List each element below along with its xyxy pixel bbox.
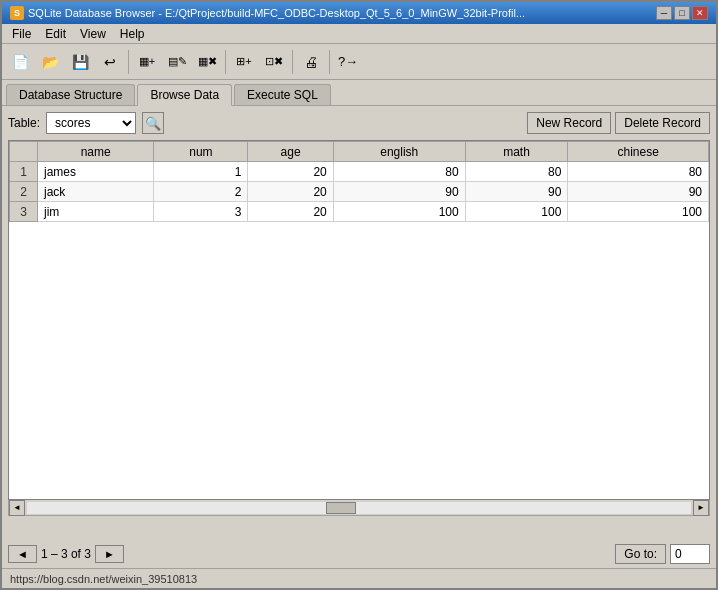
toolbar: 📄 📂 💾 ↩ ▦+ ▤✎ ▦✖ ⊞+ ⊡✖ 🖨 ?→ <box>2 44 716 80</box>
window-title: SQLite Database Browser - E:/QtProject/b… <box>28 7 525 19</box>
restore-button[interactable]: □ <box>674 6 690 20</box>
print-button[interactable]: 🖨 <box>297 48 325 76</box>
cell-english[interactable]: 90 <box>333 182 465 202</box>
status-text: https://blog.csdn.net/weixin_39510813 <box>10 573 197 585</box>
goto-area: Go to: <box>615 544 710 564</box>
cell-english[interactable]: 80 <box>333 162 465 182</box>
cell-age[interactable]: 20 <box>248 162 333 182</box>
goto-button[interactable]: Go to: <box>615 544 666 564</box>
save-file-button[interactable]: 💾 <box>66 48 94 76</box>
toolbar-separator-3 <box>292 50 293 74</box>
cell-rownum: 1 <box>10 162 38 182</box>
header-num[interactable]: num <box>154 142 248 162</box>
header-name[interactable]: name <box>38 142 154 162</box>
app-icon: S <box>10 6 24 20</box>
scroll-left-button[interactable]: ◄ <box>9 500 25 516</box>
cell-chinese[interactable]: 100 <box>568 202 709 222</box>
table-row[interactable]: 3 jim 3 20 100 100 100 <box>10 202 709 222</box>
title-bar-left: S SQLite Database Browser - E:/QtProject… <box>10 6 525 20</box>
cell-chinese[interactable]: 90 <box>568 182 709 202</box>
table-row[interactable]: 2 jack 2 20 90 90 90 <box>10 182 709 202</box>
prev-button[interactable]: ◄ <box>8 545 37 563</box>
title-controls: ─ □ ✕ <box>656 6 708 20</box>
table-toolbar-left: Table: scores 🔍 <box>8 112 164 134</box>
toolbar-separator-4 <box>329 50 330 74</box>
cell-name[interactable]: jim <box>38 202 154 222</box>
cell-math[interactable]: 100 <box>465 202 568 222</box>
title-bar: S SQLite Database Browser - E:/QtProject… <box>2 2 716 24</box>
cell-num[interactable]: 1 <box>154 162 248 182</box>
cell-rownum: 2 <box>10 182 38 202</box>
header-english[interactable]: english <box>333 142 465 162</box>
tab-bar: Database Structure Browse Data Execute S… <box>2 80 716 106</box>
table-label: Table: <box>8 116 40 130</box>
cell-age[interactable]: 20 <box>248 202 333 222</box>
tab-database-structure[interactable]: Database Structure <box>6 84 135 105</box>
goto-input[interactable] <box>670 544 710 564</box>
delete-table-button[interactable]: ▦✖ <box>193 48 221 76</box>
status-bar: https://blog.csdn.net/weixin_39510813 <box>2 568 716 588</box>
menu-file[interactable]: File <box>6 26 37 42</box>
toolbar-separator-2 <box>225 50 226 74</box>
table-header-row: name num age english math chinese <box>10 142 709 162</box>
new-record-toolbar-button[interactable]: ⊞+ <box>230 48 258 76</box>
data-table-container: name num age english math chinese 1 jame… <box>8 140 710 500</box>
open-file-button[interactable]: 📂 <box>36 48 64 76</box>
next-button[interactable]: ► <box>95 545 124 563</box>
scroll-track[interactable] <box>27 502 691 514</box>
cell-name[interactable]: james <box>38 162 154 182</box>
menu-edit[interactable]: Edit <box>39 26 72 42</box>
cell-math[interactable]: 90 <box>465 182 568 202</box>
cell-rownum: 3 <box>10 202 38 222</box>
cell-english[interactable]: 100 <box>333 202 465 222</box>
toolbar-separator-1 <box>128 50 129 74</box>
scroll-thumb[interactable] <box>326 502 356 514</box>
cell-age[interactable]: 20 <box>248 182 333 202</box>
table-toolbar: Table: scores 🔍 New Record Delete Record <box>8 112 710 134</box>
horizontal-scrollbar[interactable]: ◄ ► <box>8 500 710 516</box>
delete-record-button[interactable]: Delete Record <box>615 112 710 134</box>
cell-num[interactable]: 3 <box>154 202 248 222</box>
cell-name[interactable]: jack <box>38 182 154 202</box>
main-window: S SQLite Database Browser - E:/QtProject… <box>0 0 718 590</box>
bottom-bar: ◄ 1 – 3 of 3 ► Go to: <box>2 540 716 568</box>
menu-help[interactable]: Help <box>114 26 151 42</box>
minimize-button[interactable]: ─ <box>656 6 672 20</box>
undo-button[interactable]: ↩ <box>96 48 124 76</box>
header-math[interactable]: math <box>465 142 568 162</box>
cell-math[interactable]: 80 <box>465 162 568 182</box>
tab-execute-sql[interactable]: Execute SQL <box>234 84 331 105</box>
tab-browse-data[interactable]: Browse Data <box>137 84 232 106</box>
sql-help-button[interactable]: ?→ <box>334 48 362 76</box>
header-chinese[interactable]: chinese <box>568 142 709 162</box>
menu-view[interactable]: View <box>74 26 112 42</box>
header-rownum <box>10 142 38 162</box>
nav-controls: ◄ 1 – 3 of 3 ► <box>8 545 124 563</box>
content-area: Table: scores 🔍 New Record Delete Record… <box>2 106 716 540</box>
table-row[interactable]: 1 james 1 20 80 80 80 <box>10 162 709 182</box>
scroll-right-button[interactable]: ► <box>693 500 709 516</box>
new-record-button[interactable]: New Record <box>527 112 611 134</box>
search-button[interactable]: 🔍 <box>142 112 164 134</box>
cell-num[interactable]: 2 <box>154 182 248 202</box>
cell-chinese[interactable]: 80 <box>568 162 709 182</box>
new-file-button[interactable]: 📄 <box>6 48 34 76</box>
page-info: 1 – 3 of 3 <box>41 547 91 561</box>
header-age[interactable]: age <box>248 142 333 162</box>
new-table-button[interactable]: ▦+ <box>133 48 161 76</box>
edit-table-button[interactable]: ▤✎ <box>163 48 191 76</box>
delete-record-toolbar-button[interactable]: ⊡✖ <box>260 48 288 76</box>
table-selector[interactable]: scores <box>46 112 136 134</box>
menu-bar: File Edit View Help <box>2 24 716 44</box>
data-table: name num age english math chinese 1 jame… <box>9 141 709 222</box>
close-button[interactable]: ✕ <box>692 6 708 20</box>
table-toolbar-right: New Record Delete Record <box>527 112 710 134</box>
